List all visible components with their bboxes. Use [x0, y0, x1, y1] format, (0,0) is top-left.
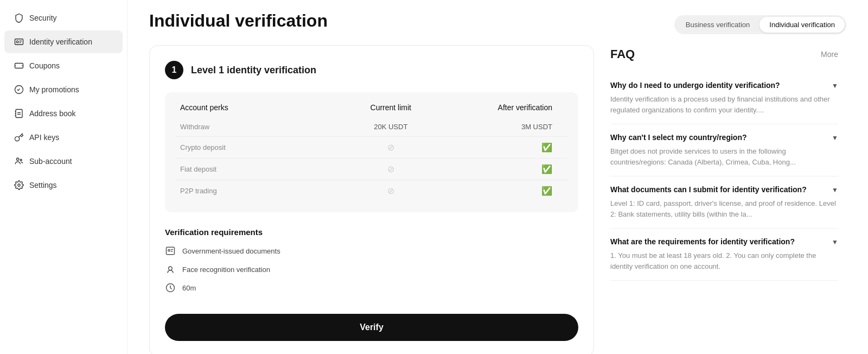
faq-title: FAQ	[610, 47, 635, 61]
id-card-icon	[14, 37, 24, 47]
requirements-title: Verification requirements	[165, 227, 578, 237]
faq-answer-3: 1. You must be at least 18 years old. 2.…	[610, 250, 838, 271]
faq-answer-0: Identity verification is a process used …	[610, 94, 838, 115]
settings-icon	[14, 180, 24, 190]
sidebar: Security Identity verification Coupons	[0, 0, 127, 354]
sidebar-item-settings[interactable]: Settings	[4, 174, 123, 197]
after-fiat-deposit-icon: ✅	[448, 164, 563, 174]
faq-more-link[interactable]: More	[821, 50, 838, 59]
after-withdraw: 3M USDT	[448, 123, 563, 131]
faq-question-0[interactable]: Why do I need to undergo identity verifi…	[610, 81, 838, 90]
faq-arrow-0: ▼	[832, 82, 838, 90]
current-crypto-deposit-icon: ⊘	[333, 142, 448, 153]
gov-docs-icon	[165, 245, 176, 256]
faq-answer-2: Level 1: ID card, passport, driver's lic…	[610, 198, 838, 219]
sidebar-item-api-keys[interactable]: API keys	[4, 126, 123, 149]
face-recognition-icon	[165, 264, 176, 275]
svg-point-21	[169, 267, 173, 270]
table-row: P2P trading ⊘ ✅	[176, 180, 567, 201]
sidebar-item-address-label: Address book	[29, 109, 76, 118]
sidebar-item-security[interactable]: Security	[4, 7, 123, 29]
coupon-icon	[14, 61, 24, 71]
svg-rect-17	[167, 247, 175, 254]
shield-icon	[14, 13, 24, 23]
content-area: 1 Level 1 identity verification Account …	[149, 45, 846, 354]
sidebar-item-api-label: API keys	[29, 133, 59, 142]
sidebar-item-promotions-label: My promotions	[29, 85, 79, 94]
sidebar-item-coupons-label: Coupons	[29, 61, 60, 70]
svg-point-18	[168, 250, 170, 251]
address-book-icon	[14, 109, 24, 118]
level-card: 1 Level 1 identity verification Account …	[149, 45, 594, 354]
faq-arrow-2: ▼	[832, 186, 838, 194]
faq-answer-1: Bitget does not provide services to user…	[610, 146, 838, 167]
faq-arrow-3: ▼	[832, 238, 838, 246]
faq-arrow-1: ▼	[832, 134, 838, 142]
req-time-label: 60m	[182, 284, 196, 292]
current-fiat-deposit-icon: ⊘	[333, 164, 448, 174]
svg-point-14	[17, 158, 20, 161]
perk-p2p-trading: P2P trading	[180, 187, 333, 195]
sidebar-item-sub-account[interactable]: Sub-account	[4, 150, 123, 173]
after-p2p-trading-icon: ✅	[448, 186, 563, 196]
faq-item-0: Why do I need to undergo identity verifi…	[610, 72, 838, 124]
main-content: Individual verification Business verific…	[127, 0, 868, 354]
api-key-icon	[14, 132, 24, 142]
verify-button[interactable]: Verify	[165, 314, 578, 341]
sidebar-item-identity-verification[interactable]: Identity verification	[4, 30, 123, 53]
faq-item-2: What documents can I submit for identity…	[610, 176, 838, 229]
promotions-icon	[14, 85, 24, 94]
clock-icon	[165, 282, 176, 293]
sidebar-item-address-book[interactable]: Address book	[4, 102, 123, 125]
perks-header-account: Account perks	[180, 103, 333, 112]
faq-question-3[interactable]: What are the requirements for identity v…	[610, 237, 838, 246]
verification-section: 1 Level 1 identity verification Account …	[149, 45, 594, 354]
sidebar-item-sub-label: Sub-account	[29, 157, 72, 166]
perks-header-current: Current limit	[333, 103, 448, 112]
req-face-recognition: Face recognition verification	[165, 264, 578, 275]
perk-crypto-deposit: Crypto deposit	[180, 143, 333, 151]
current-p2p-trading-icon: ⊘	[333, 186, 448, 196]
tab-business-verification[interactable]: Business verification	[676, 17, 760, 33]
perks-table: Account perks Current limit After verifi…	[165, 92, 578, 212]
sidebar-item-security-label: Security	[29, 14, 57, 22]
perk-fiat-deposit: Fiat deposit	[180, 165, 333, 173]
page-title: Individual verification	[149, 11, 328, 31]
verification-tab-group: Business verification Individual verific…	[674, 15, 846, 34]
perks-header-after: After verification	[448, 103, 563, 112]
level-title: Level 1 identity verification	[191, 65, 316, 76]
current-withdraw: 20K USDT	[333, 123, 448, 131]
tab-individual-verification[interactable]: Individual verification	[760, 17, 845, 33]
sidebar-item-identity-label: Identity verification	[29, 37, 92, 46]
sidebar-item-my-promotions[interactable]: My promotions	[4, 78, 123, 101]
sidebar-item-coupons[interactable]: Coupons	[4, 54, 123, 77]
after-crypto-deposit-icon: ✅	[448, 142, 563, 153]
req-face-label: Face recognition verification	[182, 266, 270, 274]
req-gov-docs-label: Government-issued documents	[182, 247, 280, 255]
svg-rect-8	[16, 110, 22, 118]
req-time: 60m	[165, 282, 578, 293]
table-row: Crypto deposit ⊘ ✅	[176, 137, 567, 159]
faq-question-2[interactable]: What documents can I submit for identity…	[610, 185, 838, 194]
svg-point-1	[16, 41, 18, 43]
page-header: Individual verification Business verific…	[149, 0, 846, 45]
level-header: 1 Level 1 identity verification	[165, 61, 578, 79]
sub-account-icon	[14, 156, 24, 166]
perks-header-row: Account perks Current limit After verifi…	[176, 103, 567, 117]
req-gov-docs: Government-issued documents	[165, 245, 578, 256]
faq-header: FAQ More	[610, 47, 838, 61]
faq-item-1: Why can't I select my country/region? ▼ …	[610, 124, 838, 176]
faq-item-3: What are the requirements for identity v…	[610, 229, 838, 281]
table-row: Fiat deposit ⊘ ✅	[176, 159, 567, 180]
level-badge: 1	[165, 61, 183, 79]
sidebar-item-settings-label: Settings	[29, 181, 57, 189]
svg-point-16	[18, 184, 21, 187]
svg-point-15	[20, 159, 22, 161]
faq-question-1[interactable]: Why can't I select my country/region? ▼	[610, 133, 838, 142]
table-row: Withdraw 20K USDT 3M USDT	[176, 117, 567, 137]
faq-section: FAQ More Why do I need to undergo identi…	[610, 45, 838, 354]
perk-withdraw: Withdraw	[180, 123, 333, 131]
